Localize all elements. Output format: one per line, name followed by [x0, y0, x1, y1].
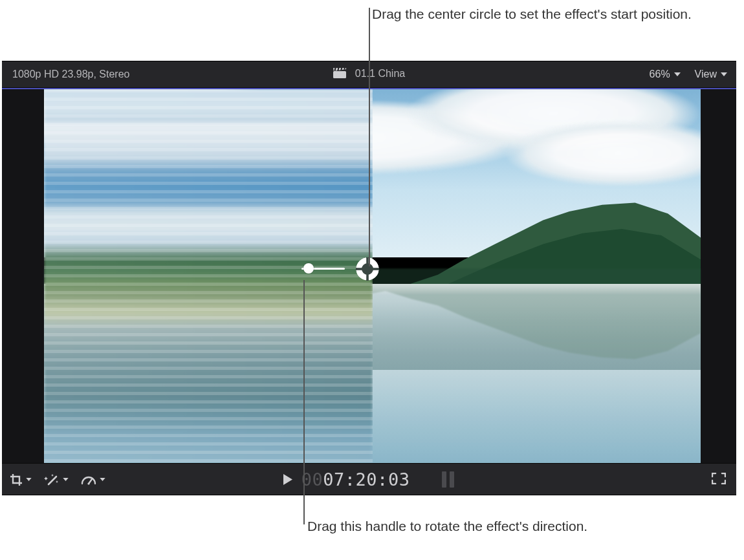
svg-rect-0	[333, 71, 346, 78]
view-label: View	[695, 69, 717, 80]
callout-line-top	[369, 8, 370, 266]
center-ring-handle[interactable]	[355, 256, 380, 282]
chevron-down-icon	[674, 72, 681, 76]
clip-name: 01.1 China	[355, 68, 405, 79]
viewer-bottom-bar: 0007:20:03	[2, 463, 736, 495]
svg-rect-16	[356, 268, 379, 271]
crop-icon	[10, 473, 23, 486]
directional-blur-region	[44, 89, 373, 463]
chevron-down-icon	[100, 478, 106, 482]
chevron-down-icon	[721, 72, 727, 76]
timecode-display: 0007:20:03	[2, 469, 736, 491]
chevron-down-icon	[63, 478, 69, 482]
format-info: 1080p HD 23.98p, Stereo	[12, 69, 129, 80]
timecode-value: 07:20:03	[323, 469, 410, 490]
retime-speed-icon	[81, 474, 96, 486]
video-frame	[44, 89, 701, 463]
svg-marker-19	[56, 480, 58, 483]
loop-range-icon[interactable]	[440, 471, 455, 491]
crop-tool-dropdown[interactable]	[10, 473, 32, 486]
svg-marker-17	[44, 477, 48, 480]
annotation-top: Drag the center circle to set the effect…	[372, 5, 708, 23]
svg-marker-18	[51, 474, 54, 477]
onscreen-effect-control	[356, 268, 357, 269]
zoom-level-label: 66%	[650, 69, 670, 80]
view-dropdown[interactable]: View	[695, 69, 727, 80]
annotation-bottom: Drag this handle to rotate the effect's …	[307, 517, 644, 535]
clapperboard-icon	[333, 68, 346, 81]
video-content	[44, 89, 701, 463]
retime-tool-dropdown[interactable]	[81, 474, 106, 486]
svg-point-21	[87, 482, 89, 484]
zoom-dropdown[interactable]: 66%	[650, 69, 681, 80]
enhance-tool-dropdown[interactable]	[44, 473, 69, 486]
fullscreen-button[interactable]	[712, 472, 726, 488]
enhance-wand-icon	[44, 473, 60, 486]
play-button[interactable]	[283, 469, 292, 489]
chevron-down-icon	[26, 478, 32, 482]
callout-line-bottom	[303, 280, 305, 524]
